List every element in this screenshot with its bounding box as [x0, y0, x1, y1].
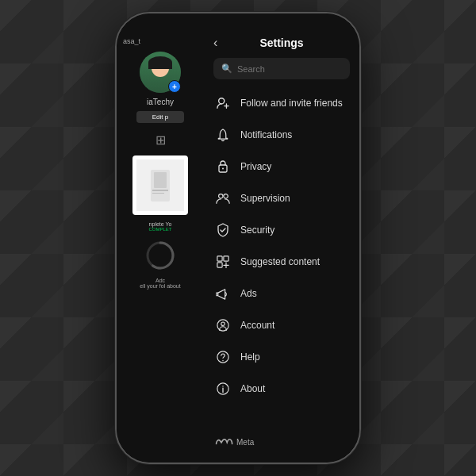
svg-point-10 [224, 194, 228, 198]
security-label: Security [240, 225, 274, 236]
meta-logo: Meta [215, 437, 254, 447]
meta-footer: Meta [204, 431, 359, 463]
notifications-icon [215, 127, 231, 143]
phone-screen: asa_t + iaTechy Edit p ⊞ [117, 13, 359, 463]
notifications-label: Notifications [240, 129, 292, 140]
edit-profile-button[interactable]: Edit p [136, 111, 184, 123]
suggested-icon [215, 254, 231, 270]
complete-status: COMPLET [148, 227, 171, 232]
settings-title: Settings [259, 36, 303, 49]
help-icon [215, 349, 231, 365]
follow-icon [215, 95, 231, 111]
ad-title: Adc [140, 278, 180, 283]
menu-item-privacy[interactable]: Privacy [204, 151, 359, 182]
ad-body: ell your fol about [140, 283, 180, 289]
svg-rect-13 [217, 263, 222, 267]
suggested-label: Suggested content [240, 256, 320, 267]
about-icon [215, 381, 231, 397]
progress-circle [144, 240, 176, 271]
ads-icon [215, 286, 231, 301]
complete-label: nplete Yo [146, 221, 175, 227]
ads-label: Ads [240, 288, 257, 299]
svg-point-15 [221, 322, 225, 325]
back-button[interactable]: ‹ [213, 36, 217, 50]
menu-item-help[interactable]: Help [204, 341, 359, 373]
svg-rect-2 [152, 190, 168, 191]
product-image [136, 159, 184, 211]
menu-item-ads[interactable]: Ads [204, 278, 359, 309]
supervision-label: Supervision [240, 193, 290, 204]
menu-item-account[interactable]: Account [204, 309, 359, 341]
help-label: Help [240, 351, 260, 363]
svg-rect-1 [154, 172, 167, 188]
username-label: iaTechy [147, 98, 174, 106]
svg-point-17 [222, 360, 223, 361]
settings-panel: ‹ Settings 🔍 Follow an [204, 13, 359, 463]
meta-label: Meta [236, 438, 254, 447]
avatar-container: + [140, 52, 181, 93]
ad-section: Adc ell your fol about [140, 278, 180, 289]
svg-point-19 [222, 386, 223, 386]
phone-frame: asa_t + iaTechy Edit p ⊞ [115, 12, 361, 464]
search-bar[interactable]: 🔍 [213, 58, 350, 79]
menu-item-notifications[interactable]: Notifications [204, 119, 359, 151]
menu-list: Follow and invite friends Notifications [204, 84, 359, 431]
settings-header: ‹ Settings [204, 13, 359, 58]
svg-rect-3 [152, 193, 164, 194]
security-icon [215, 222, 231, 238]
account-icon [215, 317, 231, 333]
privacy-label: Privacy [240, 161, 271, 172]
supervision-icon [215, 190, 231, 206]
grid-icon: ⊞ [155, 132, 166, 148]
svg-rect-11 [217, 256, 222, 261]
svg-rect-12 [224, 256, 228, 261]
menu-item-about[interactable]: About [204, 373, 359, 405]
menu-item-suggested[interactable]: Suggested content [204, 246, 359, 278]
svg-point-8 [222, 168, 224, 170]
sidebar: asa_t + iaTechy Edit p ⊞ [117, 13, 204, 463]
username-short: asa_t [117, 37, 140, 45]
account-label: Account [240, 320, 274, 331]
search-icon: 🔍 [221, 63, 232, 74]
add-profile-button[interactable]: + [168, 80, 181, 93]
svg-point-6 [219, 98, 225, 104]
about-label: About [240, 383, 265, 394]
follow-label: Follow and invite friends [240, 98, 343, 109]
menu-item-security[interactable]: Security [204, 214, 359, 246]
menu-item-follow[interactable]: Follow and invite friends [204, 87, 359, 119]
product-image-card [132, 155, 188, 215]
search-input[interactable] [237, 64, 342, 74]
privacy-icon [215, 159, 231, 175]
svg-point-9 [219, 194, 223, 198]
menu-item-supervision[interactable]: Supervision [204, 182, 359, 214]
